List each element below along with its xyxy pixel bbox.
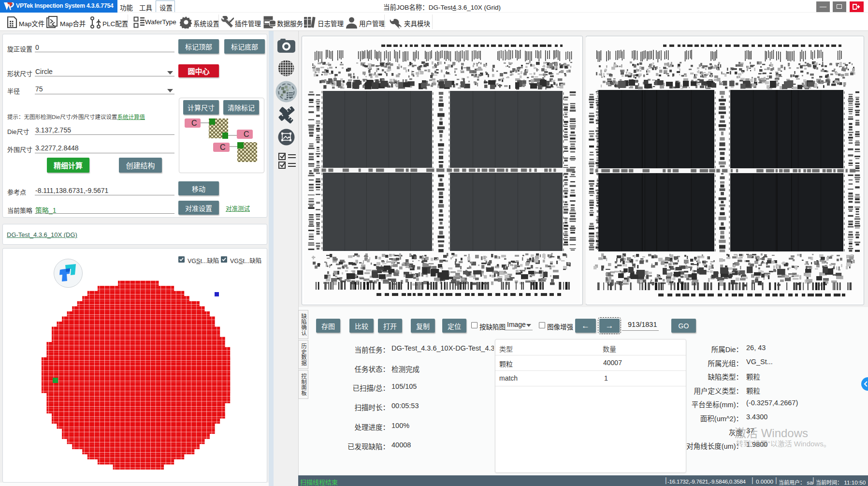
svg-text:C: C: [244, 130, 249, 138]
svg-text:C: C: [191, 119, 197, 127]
svg-text:C: C: [220, 143, 226, 151]
